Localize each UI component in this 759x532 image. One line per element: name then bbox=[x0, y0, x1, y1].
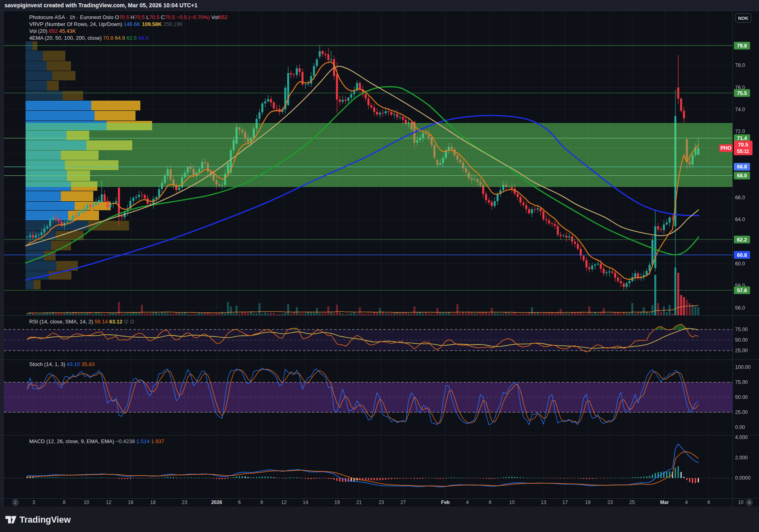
svg-text:MACD (12, 26, close, 9, EMA, E: MACD (12, 26, close, 9, EMA, EMA) −0.423… bbox=[29, 438, 164, 444]
svg-text:Vol (20) 652 45.43K: Vol (20) 652 45.43K bbox=[29, 28, 76, 34]
svg-text:NOK: NOK bbox=[738, 16, 748, 21]
svg-text:0.00: 0.00 bbox=[735, 424, 745, 430]
svg-text:71.4: 71.4 bbox=[737, 136, 747, 141]
svg-text:56.0: 56.0 bbox=[735, 305, 745, 311]
svg-text:62.2: 62.2 bbox=[737, 237, 747, 243]
svg-text:78.0: 78.0 bbox=[735, 62, 745, 68]
svg-text:12: 12 bbox=[106, 500, 112, 505]
svg-text:23: 23 bbox=[378, 500, 384, 505]
svg-text:19: 19 bbox=[585, 500, 591, 505]
svg-text:75.5: 75.5 bbox=[737, 90, 747, 96]
svg-text:savepiginvest created with Tra: savepiginvest created with TradingView.c… bbox=[4, 2, 198, 9]
svg-text:14: 14 bbox=[303, 500, 308, 505]
svg-text:Mar: Mar bbox=[660, 500, 669, 505]
svg-text:TradingView: TradingView bbox=[19, 515, 71, 525]
svg-text:25: 25 bbox=[629, 500, 635, 505]
svg-text:68.8: 68.8 bbox=[737, 164, 747, 170]
svg-text:19: 19 bbox=[334, 500, 340, 505]
svg-text:6: 6 bbox=[489, 500, 492, 505]
svg-text:79.8: 79.8 bbox=[737, 43, 747, 49]
svg-text:57.6: 57.6 bbox=[737, 288, 747, 293]
svg-text:66.0: 66.0 bbox=[735, 195, 745, 200]
svg-text:75.00: 75.00 bbox=[735, 379, 748, 385]
svg-text:8: 8 bbox=[260, 500, 263, 505]
svg-text:12: 12 bbox=[281, 500, 287, 505]
svg-text:74.0: 74.0 bbox=[735, 107, 745, 112]
svg-text:2.000: 2.000 bbox=[735, 455, 748, 461]
svg-text:60.0: 60.0 bbox=[735, 261, 745, 267]
svg-text:18: 18 bbox=[150, 500, 156, 505]
svg-text:4EMA (20, 50, 100, 200, close): 4EMA (20, 50, 100, 200, close) 70.8 64.9… bbox=[29, 35, 148, 41]
svg-text:Photocure ASA · 1h · Euronext: Photocure ASA · 1h · Euronext Oslo O70.5… bbox=[29, 14, 228, 20]
svg-text:3: 3 bbox=[32, 500, 35, 505]
svg-text:PHO: PHO bbox=[720, 145, 731, 151]
svg-text:0.0000: 0.0000 bbox=[735, 475, 750, 481]
svg-text:Z: Z bbox=[14, 500, 17, 505]
svg-text:21: 21 bbox=[356, 500, 362, 505]
svg-text:27: 27 bbox=[400, 500, 406, 505]
svg-text:13: 13 bbox=[541, 500, 546, 505]
svg-text:50.00: 50.00 bbox=[735, 337, 748, 343]
svg-text:75.00: 75.00 bbox=[735, 327, 748, 332]
svg-text:70.5: 70.5 bbox=[738, 142, 748, 148]
svg-text:25.00: 25.00 bbox=[735, 409, 748, 415]
svg-text:10: 10 bbox=[509, 500, 515, 505]
svg-text:60.8: 60.8 bbox=[737, 252, 747, 258]
svg-text:55:11: 55:11 bbox=[737, 149, 749, 154]
svg-text:RSI (14, close, SMA, 14, 2) 59: RSI (14, close, SMA, 14, 2) 59.14 63.12 … bbox=[29, 319, 135, 325]
svg-text:100.00: 100.00 bbox=[735, 364, 750, 370]
svg-text:2026: 2026 bbox=[211, 500, 222, 505]
svg-text:72.0: 72.0 bbox=[735, 129, 745, 134]
svg-text:10: 10 bbox=[738, 500, 744, 505]
svg-text:6: 6 bbox=[707, 500, 710, 505]
svg-text:50.00: 50.00 bbox=[735, 394, 748, 400]
svg-text:4: 4 bbox=[685, 500, 688, 505]
svg-text:23: 23 bbox=[182, 500, 187, 505]
svg-text:64.0: 64.0 bbox=[735, 217, 745, 222]
svg-text:A: A bbox=[748, 500, 751, 505]
svg-text:VRVP (Number Of Rows, 24, Up/D: VRVP (Number Of Rows, 24, Up/Down) 146.6… bbox=[29, 21, 183, 27]
svg-text:Stoch (14, 1, 3) 43.10 35.83: Stoch (14, 1, 3) 43.10 35.83 bbox=[29, 361, 95, 367]
svg-text:25.00: 25.00 bbox=[735, 348, 748, 353]
svg-text:68.0: 68.0 bbox=[737, 173, 747, 179]
svg-text:10: 10 bbox=[84, 500, 89, 505]
svg-text:6: 6 bbox=[238, 500, 241, 505]
svg-text:Feb: Feb bbox=[441, 500, 449, 505]
svg-text:23: 23 bbox=[607, 500, 613, 505]
svg-text:4: 4 bbox=[466, 500, 469, 505]
svg-text:17: 17 bbox=[562, 500, 568, 505]
svg-text:8: 8 bbox=[63, 500, 66, 505]
svg-text:16: 16 bbox=[128, 500, 133, 505]
svg-text:4.000: 4.000 bbox=[735, 435, 748, 440]
